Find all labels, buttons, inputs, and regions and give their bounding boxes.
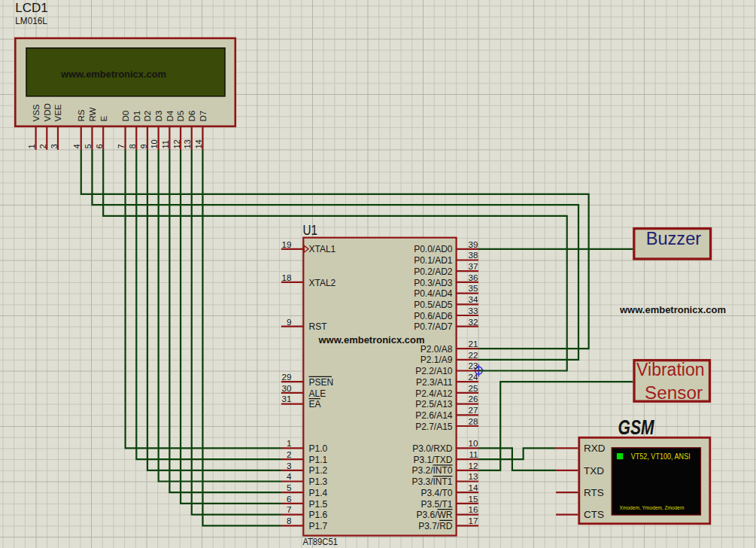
svg-text:D3: D3	[154, 111, 163, 122]
svg-text:P3.1/TXD: P3.1/TXD	[413, 455, 452, 465]
svg-text:D4: D4	[165, 110, 175, 121]
svg-text:P1.6: P1.6	[309, 510, 328, 520]
svg-text:E: E	[99, 116, 108, 122]
svg-text:P1.5: P1.5	[309, 499, 328, 510]
svg-text:34: 34	[469, 294, 478, 304]
svg-text:5: 5	[83, 144, 93, 148]
svg-text:P0.5/AD5: P0.5/AD5	[414, 300, 453, 310]
svg-text:28: 28	[469, 416, 478, 426]
svg-text:12: 12	[469, 461, 478, 470]
svg-text:P2.6/A14: P2.6/A14	[415, 410, 453, 421]
svg-text:P1.7: P1.7	[309, 521, 328, 531]
svg-text:XTAL2: XTAL2	[309, 278, 336, 288]
svg-text:TXD: TXD	[584, 465, 604, 476]
svg-text:CTS: CTS	[584, 509, 604, 520]
svg-text:8: 8	[287, 516, 291, 525]
svg-text:35: 35	[469, 283, 478, 293]
svg-text:19: 19	[282, 239, 292, 249]
svg-text:U1: U1	[303, 223, 318, 238]
svg-text:VDD: VDD	[43, 103, 52, 121]
svg-text:www.embetronicx.com: www.embetronicx.com	[60, 69, 166, 80]
svg-text:D0: D0	[121, 111, 130, 122]
svg-text:15: 15	[469, 494, 478, 504]
svg-text:ALE: ALE	[309, 388, 326, 399]
svg-text:14: 14	[469, 483, 478, 492]
svg-text:D2: D2	[143, 111, 152, 122]
svg-text:XTAL1: XTAL1	[309, 244, 336, 254]
svg-text:4: 4	[72, 144, 81, 148]
svg-text:PSEN: PSEN	[309, 377, 334, 388]
svg-text:www.embetronicx.com: www.embetronicx.com	[317, 335, 424, 346]
svg-text:Vibration: Vibration	[636, 360, 704, 379]
svg-text:P0.1/AD1: P0.1/AD1	[414, 255, 453, 266]
svg-text:P2.4/A12: P2.4/A12	[415, 388, 453, 399]
svg-text:P1.2: P1.2	[309, 465, 328, 476]
svg-text:7: 7	[117, 144, 126, 148]
svg-text:RW: RW	[88, 107, 97, 121]
svg-text:11: 11	[161, 140, 170, 148]
svg-text:10: 10	[469, 438, 478, 448]
svg-text:33: 33	[469, 306, 478, 315]
svg-text:2: 2	[287, 449, 291, 459]
svg-text:P2.0/A8: P2.0/A8	[421, 344, 453, 355]
svg-text:9: 9	[287, 317, 291, 327]
svg-text:22: 22	[469, 350, 478, 360]
svg-text:32: 32	[469, 317, 478, 327]
svg-text:Xmodem, Ymodem, Zmodem: Xmodem, Ymodem, Zmodem	[620, 504, 685, 511]
svg-text:RXD: RXD	[584, 443, 606, 454]
svg-text:P3.7/RD: P3.7/RD	[418, 521, 453, 531]
svg-text:6: 6	[287, 494, 291, 504]
svg-text:D7: D7	[199, 111, 208, 122]
svg-text:21: 21	[469, 339, 478, 349]
svg-text:37: 37	[469, 261, 478, 271]
svg-text:25: 25	[469, 383, 478, 393]
svg-text:8: 8	[128, 144, 137, 148]
svg-text:12: 12	[172, 139, 181, 148]
svg-text:D5: D5	[176, 111, 185, 122]
svg-text:3: 3	[287, 461, 291, 470]
svg-text:1: 1	[27, 144, 36, 148]
svg-text:30: 30	[282, 383, 292, 393]
svg-text:2: 2	[38, 144, 47, 148]
svg-text:LCD1: LCD1	[15, 1, 47, 15]
svg-text:4: 4	[287, 471, 292, 481]
svg-text:EA: EA	[309, 399, 321, 409]
svg-text:P1.4: P1.4	[309, 488, 328, 498]
svg-text:P3.3/INT1: P3.3/INT1	[411, 476, 452, 487]
svg-text:29: 29	[282, 372, 292, 382]
svg-text:D6: D6	[187, 111, 196, 122]
svg-text:P1.3: P1.3	[309, 476, 328, 487]
svg-text:GSM: GSM	[618, 416, 654, 439]
svg-text:P1.1: P1.1	[309, 455, 328, 465]
svg-text:LM016L: LM016L	[15, 15, 47, 26]
svg-text:13: 13	[183, 139, 192, 148]
svg-text:P3.2/INT0: P3.2/INT0	[411, 465, 452, 476]
svg-text:P3.4/T0: P3.4/T0	[421, 488, 452, 498]
svg-text:6: 6	[95, 144, 104, 148]
svg-text:14: 14	[194, 139, 203, 148]
svg-text:7: 7	[287, 504, 291, 514]
svg-text:P0.0/AD0: P0.0/AD0	[414, 244, 453, 254]
svg-text:VT52, VT100, ANSI: VT52, VT100, ANSI	[631, 452, 691, 461]
svg-text:P0.7/AD7: P0.7/AD7	[414, 321, 453, 332]
svg-text:Sensor: Sensor	[645, 383, 703, 403]
svg-text:P2.3/A11: P2.3/A11	[416, 377, 453, 388]
svg-text:P0.6/AD6: P0.6/AD6	[414, 311, 453, 321]
svg-text:11: 11	[469, 449, 478, 459]
svg-text:P2.1/A9: P2.1/A9	[421, 355, 453, 365]
svg-text:RTS: RTS	[584, 487, 604, 498]
svg-text:17: 17	[469, 516, 478, 525]
svg-text:P0.2/AD2: P0.2/AD2	[414, 266, 453, 277]
svg-text:31: 31	[282, 394, 292, 403]
svg-text:RST: RST	[309, 321, 328, 332]
svg-text:AT89C51: AT89C51	[302, 537, 338, 547]
svg-text:P3.5/T1: P3.5/T1	[421, 499, 452, 510]
svg-text:24: 24	[469, 372, 478, 382]
svg-text:P2.7/A15: P2.7/A15	[415, 422, 453, 432]
svg-text:D1: D1	[132, 111, 141, 122]
svg-text:P0.3/AD3: P0.3/AD3	[414, 278, 453, 288]
svg-text:VEE: VEE	[53, 104, 62, 121]
svg-text:27: 27	[469, 405, 478, 415]
svg-text:P3.0/RXD: P3.0/RXD	[412, 443, 453, 454]
svg-text:10: 10	[150, 139, 159, 148]
